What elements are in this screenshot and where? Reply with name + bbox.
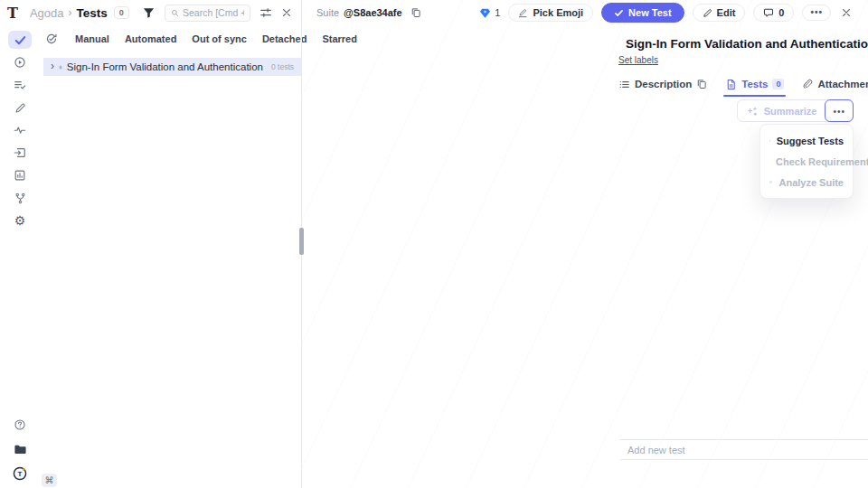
sidebar-bottom: T <box>0 416 40 483</box>
tab-attachments-label: Attachments <box>817 79 868 89</box>
avatar-logo-icon: T <box>13 466 27 481</box>
sync-all-filter-button[interactable] <box>43 31 60 47</box>
breadcrumb-section[interactable]: Tests <box>77 6 108 20</box>
comments-count: 0 <box>778 7 784 18</box>
close-panel-button[interactable] <box>279 5 294 20</box>
help-button[interactable] <box>8 416 32 434</box>
tab-attachments[interactable]: Attachments <box>802 79 868 89</box>
suite-tree-row[interactable]: › Sign-In Form Validation and Authentica… <box>43 58 301 76</box>
projects-button[interactable] <box>8 440 32 458</box>
sidebar-item-settings[interactable]: ⚙ <box>8 211 32 230</box>
document-icon <box>59 61 62 73</box>
sidebar-item-tests[interactable] <box>8 31 32 49</box>
suite-actions: 1 Pick Emoji New Test Edit 0 ••• <box>479 3 854 23</box>
list-icon <box>618 79 630 90</box>
filter-tab-manual[interactable]: Manual <box>75 33 109 44</box>
comment-icon <box>763 7 774 18</box>
suite-label: Suite <box>316 7 339 18</box>
sidebar-item-branches[interactable] <box>8 189 32 207</box>
tree-item-meta: 0 tests <box>271 62 294 71</box>
edit-button[interactable]: Edit <box>693 4 746 22</box>
help-icon <box>14 418 26 431</box>
suite-header: Sign-In Form Validation and Authenticati… <box>618 33 854 54</box>
tab-description[interactable]: Description <box>618 79 707 90</box>
copy-icon <box>696 79 707 89</box>
tab-tests-label: Tests <box>741 79 768 89</box>
pencil-icon <box>14 102 26 114</box>
expand-chevron-icon[interactable]: › <box>51 61 54 71</box>
pulse-icon <box>14 124 26 136</box>
sync-check-icon <box>45 33 58 45</box>
filter-tab-out-of-sync[interactable]: Out of sync <box>192 33 247 44</box>
summarize-button[interactable]: Summarize <box>738 102 826 119</box>
view-settings-button[interactable] <box>258 5 274 21</box>
suite-detail-panel: Suite @S8ae34afe 1 Pick Emoji New Test E… <box>302 0 868 488</box>
menu-item-check-requirements[interactable]: Check Requirements <box>760 151 853 172</box>
new-test-label: New Test <box>628 7 671 18</box>
sidebar-item-draft[interactable] <box>8 99 32 117</box>
account-avatar-button[interactable]: T <box>8 465 32 483</box>
pick-emoji-button[interactable]: Pick Emoji <box>508 4 593 22</box>
pick-emoji-label: Pick Emoji <box>533 7 583 18</box>
credits-indicator[interactable]: 1 <box>479 7 500 19</box>
sidebar-item-runs[interactable] <box>8 53 32 71</box>
ai-menu-button[interactable]: ••• <box>825 99 854 122</box>
command-key-icon: ⌘ <box>45 475 54 485</box>
sidebar-item-import[interactable] <box>8 144 32 162</box>
tab-tests[interactable]: Tests 0 <box>725 79 784 90</box>
search-input[interactable] <box>183 7 244 18</box>
sparkles-icon <box>747 105 759 117</box>
sidebar-item-plans[interactable] <box>8 76 32 94</box>
branch-icon <box>14 192 26 204</box>
new-test-button[interactable]: New Test <box>601 3 684 23</box>
inbox-arrow-icon <box>14 146 26 159</box>
set-labels-link[interactable]: Set labels <box>618 55 658 65</box>
comments-button[interactable]: 0 <box>753 4 794 22</box>
add-test-row <box>620 439 868 460</box>
document-icon <box>725 79 737 90</box>
close-icon <box>841 7 852 18</box>
credits-count: 1 <box>495 7 500 18</box>
sidebar-item-analytics[interactable] <box>8 166 32 184</box>
paperclip-icon <box>802 79 813 89</box>
ellipsis-icon: ••• <box>833 107 845 117</box>
list-check-icon <box>14 79 26 91</box>
menu-item-suggest-tests[interactable]: Suggest Tests <box>760 130 853 151</box>
search-box[interactable] <box>165 5 250 22</box>
chart-box-icon <box>14 169 26 182</box>
app-logo[interactable]: T <box>7 5 21 22</box>
breadcrumb-project[interactable]: Agoda <box>30 6 64 20</box>
tests-count-badge: 0 <box>114 6 129 19</box>
gear-icon: ⚙ <box>14 214 26 227</box>
check-icon <box>14 33 27 47</box>
filter-tab-detached[interactable]: Detached <box>262 33 307 44</box>
tests-tab-badge: 0 <box>772 79 784 89</box>
menu-item-analyze-suite[interactable]: Analyze Suite <box>760 172 853 192</box>
ai-dropdown-menu: Suggest Tests Check Requirements Analyze… <box>760 124 854 199</box>
menu-item-label: Check Requirements <box>776 156 868 167</box>
sidebar-item-pulse[interactable] <box>8 121 32 139</box>
filter-tab-automated[interactable]: Automated <box>125 33 176 44</box>
folder-icon <box>14 443 27 456</box>
more-actions-button[interactable]: ••• <box>802 5 831 21</box>
copy-suite-id-button[interactable] <box>409 5 423 20</box>
add-test-input[interactable] <box>627 445 868 455</box>
close-suite-button[interactable] <box>839 5 854 20</box>
ellipsis-icon: ••• <box>810 8 823 17</box>
tree-item-title: Sign-In Form Validation and Authenticati… <box>67 61 263 72</box>
sliders-icon <box>259 6 272 19</box>
summarize-label: Summarize <box>764 106 817 117</box>
suggest-tests-icon <box>769 135 770 146</box>
search-icon <box>171 8 179 18</box>
sidebar-rail: ⚙ <box>0 31 40 230</box>
edit-label: Edit <box>717 7 736 18</box>
svg-text:T: T <box>18 470 23 478</box>
play-circle-icon <box>14 56 26 69</box>
keyboard-shortcuts-button[interactable]: ⌘ <box>42 474 57 487</box>
tab-description-label: Description <box>635 79 692 89</box>
breadcrumb-separator: › <box>69 6 72 19</box>
menu-item-label: Analyze Suite <box>778 177 844 188</box>
gem-icon <box>479 7 491 19</box>
filter-button[interactable] <box>140 5 157 22</box>
check-icon <box>614 8 624 18</box>
